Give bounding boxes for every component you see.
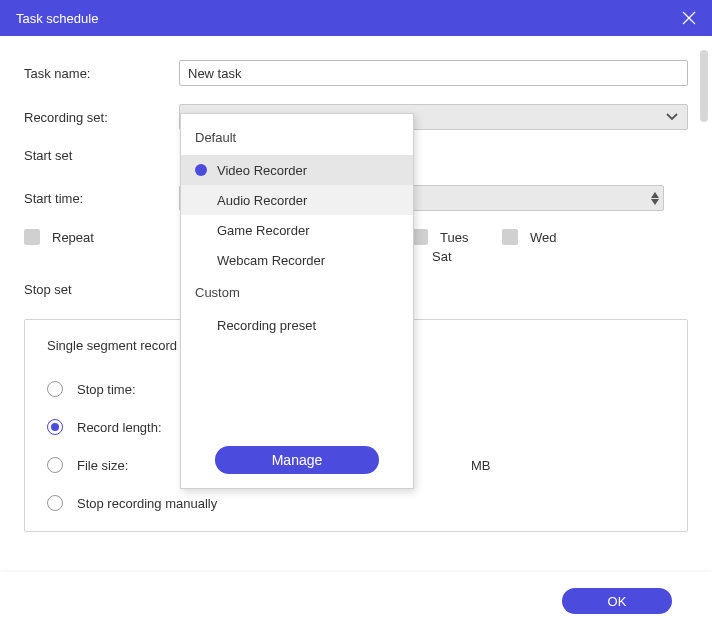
record-length-label: Record length:: [77, 420, 162, 435]
day-tues-checkbox[interactable]: [412, 229, 428, 245]
recording-set-label: Recording set:: [24, 110, 179, 125]
day-tues: Tues: [412, 229, 502, 245]
manage-button[interactable]: Manage: [215, 446, 379, 474]
recording-set-dropdown: Default Video Recorder Audio Recorder Ga…: [180, 113, 414, 489]
task-name-label: Task name:: [24, 66, 179, 81]
selection-dot-icon: [195, 164, 207, 176]
dropdown-item-label: Recording preset: [217, 318, 316, 333]
chevron-down-icon: [665, 112, 679, 122]
svg-marker-3: [651, 199, 659, 205]
task-name-input[interactable]: [179, 60, 688, 86]
dropdown-item-label: Video Recorder: [217, 163, 307, 178]
content-area: Task name: Recording set: Video Recorder…: [0, 36, 712, 570]
day-sat-row: Sat: [432, 249, 688, 264]
repeat-label: Repeat: [52, 230, 182, 245]
dropdown-item-game-recorder[interactable]: Game Recorder: [181, 215, 413, 245]
chevron-up-icon: [651, 192, 659, 198]
start-time-label: Start time:: [24, 191, 179, 206]
dropdown-item-recording-preset[interactable]: Recording preset: [181, 310, 413, 340]
stepper-arrows[interactable]: [651, 192, 659, 205]
task-name-row: Task name:: [24, 60, 688, 86]
day-sat-label: Sat: [432, 249, 452, 264]
window-title: Task schedule: [16, 11, 98, 26]
dropdown-item-webcam-recorder[interactable]: Webcam Recorder: [181, 245, 413, 275]
dropdown-group-custom: Custom: [181, 275, 413, 310]
day-wed-checkbox[interactable]: [502, 229, 518, 245]
day-wed: Wed: [502, 229, 592, 245]
dropdown-item-label: Audio Recorder: [217, 193, 307, 208]
record-length-radio[interactable]: [47, 419, 63, 435]
file-size-radio[interactable]: [47, 457, 63, 473]
dropdown-item-audio-recorder[interactable]: Audio Recorder: [181, 185, 413, 215]
stop-time-radio[interactable]: [47, 381, 63, 397]
file-size-label: File size:: [77, 458, 128, 473]
footer: OK: [0, 572, 712, 630]
stop-time-label: Stop time:: [77, 382, 136, 397]
day-wed-label: Wed: [530, 230, 557, 245]
ok-button[interactable]: OK: [562, 588, 672, 614]
repeat-checkbox[interactable]: [24, 229, 40, 245]
file-size-unit: MB: [471, 458, 491, 473]
dropdown-item-label: Webcam Recorder: [217, 253, 325, 268]
chevron-down-icon: [651, 199, 659, 205]
dropdown-group-default: Default: [181, 120, 413, 155]
day-tues-label: Tues: [440, 230, 468, 245]
dropdown-item-video-recorder[interactable]: Video Recorder: [181, 155, 413, 185]
stop-manual-radio[interactable]: [47, 495, 63, 511]
titlebar: Task schedule: [0, 0, 712, 36]
dropdown-item-label: Game Recorder: [217, 223, 309, 238]
stop-manual-label: Stop recording manually: [77, 496, 217, 511]
stop-manual-row: Stop recording manually: [47, 495, 665, 511]
svg-marker-2: [651, 192, 659, 198]
close-icon[interactable]: [680, 9, 698, 27]
